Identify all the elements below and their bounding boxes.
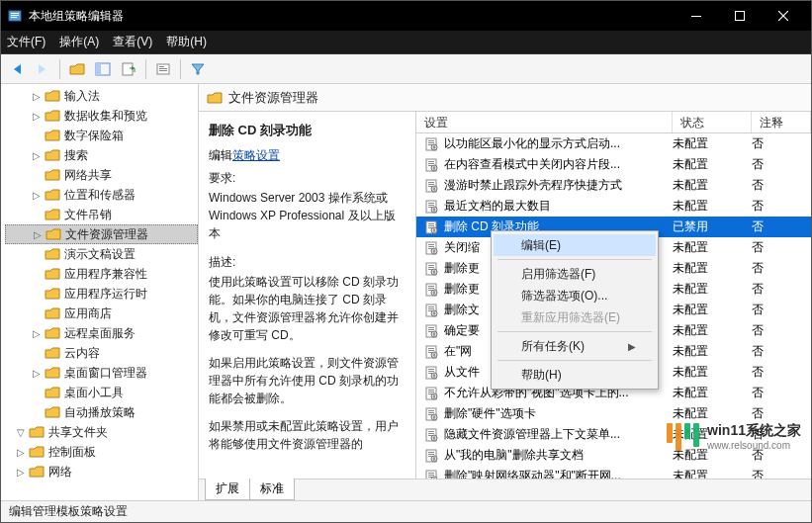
col-state[interactable]: 状态 bbox=[673, 112, 752, 132]
folder-icon bbox=[45, 129, 60, 142]
tree-item[interactable]: ▷输入法 bbox=[5, 86, 198, 106]
tree-item[interactable]: 文件吊销 bbox=[5, 205, 198, 224]
svg-rect-2 bbox=[11, 15, 19, 16]
folder-icon bbox=[45, 188, 60, 202]
tree-item-label: 搜索 bbox=[64, 147, 88, 164]
tree-item[interactable]: ▷搜索 bbox=[5, 145, 198, 165]
list-row[interactable]: 隐藏文件资源管理器上下文菜单...未配置否 bbox=[416, 424, 811, 445]
chevron-right-icon[interactable]: ▷ bbox=[31, 367, 43, 379]
col-setting[interactable]: 设置 bbox=[416, 112, 673, 132]
chevron-right-icon[interactable]: ▷ bbox=[15, 446, 27, 458]
menu-view[interactable]: 查看(V) bbox=[113, 34, 152, 50]
menu-action[interactable]: 操作(A) bbox=[59, 34, 99, 50]
policy-icon bbox=[422, 344, 440, 360]
cell-comment: 否 bbox=[752, 135, 811, 152]
tab-extended[interactable]: 扩展 bbox=[205, 479, 250, 500]
cell-setting: 在内容查看模式中关闭内容片段... bbox=[444, 156, 673, 173]
window-title: 本地组策略编辑器 bbox=[29, 8, 675, 25]
chevron-right-icon[interactable]: ▷ bbox=[31, 327, 43, 339]
folder-icon bbox=[45, 326, 60, 340]
policy-icon bbox=[422, 199, 440, 215]
show-hide-tree-button[interactable] bbox=[91, 57, 115, 81]
tab-standard[interactable]: 标准 bbox=[249, 479, 295, 500]
folder-icon bbox=[207, 91, 223, 105]
svg-rect-94 bbox=[428, 410, 434, 411]
cell-state: 未配置 bbox=[673, 302, 752, 318]
edit-policy-link[interactable]: 编辑策略设置 bbox=[209, 147, 406, 164]
tree-item[interactable]: 网络共享 bbox=[5, 165, 198, 185]
ctx-filter-on[interactable]: 启用筛选器(F) bbox=[494, 263, 656, 285]
detail-pane: 删除 CD 刻录功能 编辑策略设置 要求: Windows Server 200… bbox=[199, 112, 416, 479]
chevron-right-icon[interactable]: ▷ bbox=[31, 149, 43, 161]
filter-button[interactable] bbox=[186, 57, 210, 81]
tree-item-label: 数字保险箱 bbox=[64, 128, 124, 144]
tree-item[interactable]: 应用商店 bbox=[5, 304, 198, 323]
chevron-right-icon[interactable]: ▷ bbox=[31, 110, 43, 122]
tree-item[interactable]: ▽共享文件夹 bbox=[5, 422, 198, 442]
tree-item[interactable]: 演示文稿设置 bbox=[5, 244, 198, 264]
policy-icon bbox=[422, 365, 440, 381]
settings-list: 设置 状态 注释 以功能区最小化的显示方式启动...未配置否在内容查看模式中关闭… bbox=[416, 112, 811, 479]
svg-rect-53 bbox=[428, 267, 434, 268]
menubar: 文件(F) 操作(A) 查看(V) 帮助(H) bbox=[1, 31, 811, 54]
content-panel: 文件资源管理器 删除 CD 刻录功能 编辑策略设置 要求: Windows Se… bbox=[199, 84, 811, 500]
col-comment[interactable]: 注释 bbox=[752, 112, 811, 132]
tree-item[interactable]: ▷网络 bbox=[5, 462, 198, 481]
cell-comment: 否 bbox=[752, 364, 811, 381]
tree-item[interactable]: ▷控制面板 bbox=[5, 442, 198, 462]
chevron-right-icon[interactable]: ▷ bbox=[31, 90, 43, 102]
chevron-down-icon[interactable]: ▽ bbox=[15, 426, 27, 438]
folder-icon bbox=[45, 346, 60, 360]
tree-item[interactable]: 云内容 bbox=[5, 343, 198, 363]
cell-setting: 最近文档的最大数目 bbox=[444, 198, 673, 215]
tree-item-label: 网络 bbox=[48, 464, 72, 480]
properties-button[interactable] bbox=[151, 57, 175, 81]
maximize-button[interactable] bbox=[718, 1, 762, 31]
cell-state: 未配置 bbox=[673, 156, 752, 173]
chevron-right-icon[interactable]: ▷ bbox=[15, 466, 27, 478]
ctx-all-tasks[interactable]: 所有任务(K)▶ bbox=[494, 335, 656, 357]
tree-item[interactable]: ▷位置和传感器 bbox=[5, 185, 198, 205]
tree-item[interactable]: 数字保险箱 bbox=[5, 126, 198, 145]
back-button[interactable] bbox=[5, 57, 29, 81]
list-row[interactable]: 漫游时禁止跟踪外壳程序快捷方式未配置否 bbox=[416, 175, 811, 196]
forward-button[interactable] bbox=[31, 57, 54, 81]
list-row[interactable]: 在内容查看模式中关闭内容片段...未配置否 bbox=[416, 154, 811, 175]
chevron-right-icon[interactable]: ▷ bbox=[31, 189, 43, 201]
folder-up-button[interactable] bbox=[65, 57, 89, 81]
tree-item[interactable]: ▷远程桌面服务 bbox=[5, 323, 198, 343]
menu-file[interactable]: 文件(F) bbox=[7, 34, 45, 50]
tree-item[interactable]: 自动播放策略 bbox=[5, 402, 198, 422]
list-row[interactable]: 以功能区最小化的显示方式启动...未配置否 bbox=[416, 133, 811, 154]
tree-item[interactable]: ▷桌面窗口管理器 bbox=[5, 363, 198, 383]
description-body-1: 使用此策略设置可以移除 CD 刻录功能。如果你的电脑连接了 CD 刻录机，文件资… bbox=[209, 273, 406, 344]
ctx-filter-options[interactable]: 筛选器选项(O)... bbox=[494, 285, 656, 306]
ctx-separator bbox=[497, 259, 652, 260]
cell-state: 未配置 bbox=[673, 281, 752, 298]
ctx-help[interactable]: 帮助(H) bbox=[494, 364, 656, 386]
tree-panel[interactable]: ▷输入法▷数据收集和预览数字保险箱▷搜索网络共享▷位置和传感器文件吊销▷文件资源… bbox=[1, 84, 199, 500]
context-menu: 编辑(E) 启用筛选器(F) 筛选器选项(O)... 重新应用筛选器(E) 所有… bbox=[491, 230, 659, 390]
svg-rect-40 bbox=[428, 223, 434, 224]
toolbar-separator bbox=[145, 59, 146, 79]
tree-item[interactable]: ▷数据收集和预览 bbox=[5, 106, 198, 126]
ctx-edit[interactable]: 编辑(E) bbox=[494, 234, 656, 256]
minimize-button[interactable] bbox=[675, 1, 718, 31]
tree-item-label: 文件吊销 bbox=[64, 207, 112, 223]
close-button[interactable] bbox=[762, 1, 805, 31]
requirements-body: Windows Server 2003 操作系统或 Windows XP Pro… bbox=[209, 189, 406, 242]
cell-setting: 从"我的电脑"删除共享文档 bbox=[444, 447, 673, 464]
list-row[interactable]: 最近文档的最大数目未配置否 bbox=[416, 196, 811, 217]
svg-rect-41 bbox=[428, 225, 434, 226]
tree-item[interactable]: 应用程序兼容性 bbox=[5, 264, 198, 284]
export-list-button[interactable] bbox=[117, 57, 140, 81]
list-row[interactable]: 从"我的电脑"删除共享文档未配置否 bbox=[416, 445, 811, 466]
chevron-right-icon[interactable]: ▷ bbox=[32, 228, 44, 240]
menu-help[interactable]: 帮助(H) bbox=[166, 34, 207, 50]
list-row[interactable]: 删除"映射网络驱动器"和"断开网...未配置否 bbox=[416, 466, 811, 479]
tree-item[interactable]: 桌面小工具 bbox=[5, 383, 198, 402]
list-row[interactable]: 删除"硬件"选项卡未配置否 bbox=[416, 403, 811, 424]
svg-rect-29 bbox=[428, 184, 434, 185]
tree-item[interactable]: 应用程序运行时 bbox=[5, 284, 198, 304]
tree-item[interactable]: ▷文件资源管理器 bbox=[5, 224, 198, 244]
